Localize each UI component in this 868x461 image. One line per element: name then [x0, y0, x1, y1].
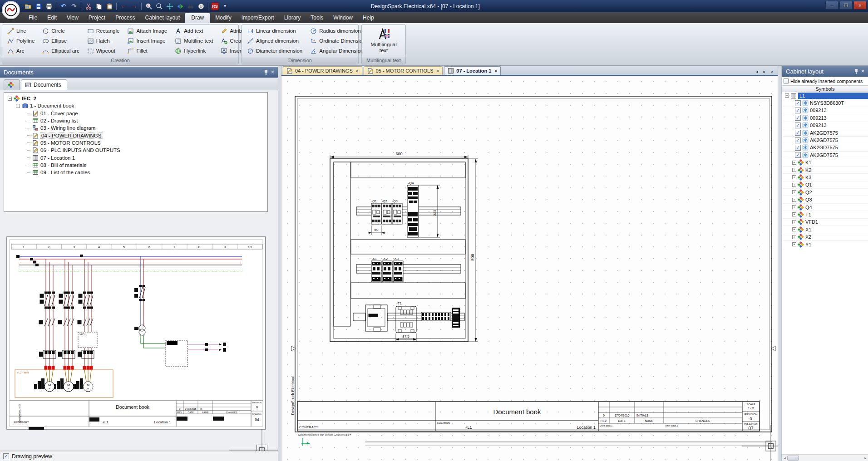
cut-icon[interactable] [84, 2, 93, 10]
collapse-icon[interactable]: − [785, 93, 789, 98]
expand-icon[interactable]: + [792, 190, 796, 194]
symbol-checkbox[interactable]: ✓ [795, 123, 801, 128]
open-icon[interactable] [24, 2, 32, 10]
paste-icon[interactable] [105, 2, 113, 10]
transformer-t1[interactable] [396, 306, 416, 333]
symbol-checkbox[interactable]: ✓ [795, 130, 801, 136]
scrollbar-thumb[interactable] [787, 456, 799, 461]
component-row[interactable]: +X2 [782, 233, 868, 240]
symbol-checkbox[interactable]: ✓ [795, 115, 801, 121]
scroll-right-icon[interactable]: ► [864, 456, 867, 460]
tab-location-1[interactable]: 07 - Location 1× [444, 66, 501, 75]
expand-icon[interactable]: + [792, 235, 796, 239]
arc-button[interactable]: Arc [5, 46, 36, 56]
left-splitter[interactable] [278, 66, 281, 461]
pin-icon[interactable] [854, 69, 858, 74]
symbol-checkbox[interactable]: ✓ [795, 152, 801, 158]
breaker-q4[interactable] [407, 185, 419, 237]
symbol-row[interactable]: ✓AK2GD7575 [782, 129, 868, 137]
documents-tab[interactable]: Documents [21, 79, 67, 90]
zoom-icon[interactable] [155, 2, 163, 10]
component-row[interactable]: +T1 [782, 211, 868, 218]
close-tab-icon[interactable]: × [356, 69, 359, 74]
symbol-row[interactable]: ✓AK2GD7575 [782, 144, 868, 152]
toolbar-overflow-icon[interactable]: ▾ [221, 2, 229, 10]
close-panel-icon[interactable]: × [861, 69, 864, 74]
hatch-button[interactable]: Hatch [85, 36, 122, 46]
scroll-left-icon[interactable]: ◄ [783, 456, 786, 460]
close-button[interactable]: × [853, 1, 867, 10]
radius-dimension-button[interactable]: Radius dimension [308, 26, 367, 36]
insert-image-button[interactable]: Insert Image [125, 36, 169, 46]
attach-image-button[interactable]: Attach Image [125, 26, 169, 36]
wipeout-button[interactable]: Wipeout [85, 46, 122, 56]
close-drawing-icon[interactable]: × [769, 69, 775, 75]
forward-icon[interactable]: → [130, 2, 138, 10]
line-button[interactable]: Line [5, 26, 36, 36]
multiline-text-button[interactable]: Multiline text [173, 36, 215, 46]
tree-item-cover-page[interactable]: 01 - Cover page [5, 110, 266, 117]
menu-file[interactable]: File [24, 13, 42, 23]
ellipse-button[interactable]: Ellipse [40, 36, 81, 46]
symbol-row[interactable]: ✓009213 [782, 122, 868, 129]
add-text-button[interactable]: Add text [173, 26, 215, 36]
component-icon[interactable] [197, 2, 205, 10]
expand-icon[interactable]: + [792, 227, 796, 231]
symbols-column-header[interactable]: Symbols [782, 85, 868, 92]
back-icon[interactable]: ← [119, 2, 128, 10]
terminal-strip[interactable] [421, 308, 460, 328]
hide-inserted-checkbox[interactable] [784, 78, 789, 83]
vfd-unit[interactable] [365, 305, 387, 331]
collapse-icon[interactable]: − [16, 104, 20, 108]
tree-item-wiring-line-diagram[interactable]: 03 - Wiring line diagram [5, 124, 266, 132]
circle-button[interactable]: Circle [40, 26, 81, 36]
component-row[interactable]: +Q4 [782, 204, 868, 211]
contactors-k1-k3[interactable] [371, 261, 403, 282]
pin-icon[interactable] [264, 70, 268, 75]
symbol-row[interactable]: ✓AK2GD7575 [782, 137, 868, 144]
right-splitter[interactable] [778, 66, 782, 461]
find-icon[interactable] [186, 2, 195, 10]
copy-icon[interactable] [94, 2, 103, 10]
polyline-button[interactable]: Polyline [5, 36, 36, 46]
tree-node-project[interactable]: − IEC_2 [5, 95, 266, 102]
symbol-row[interactable]: ✓AK2GD7575 [782, 152, 868, 159]
component-row[interactable]: +K2 [782, 167, 868, 174]
menu-draw[interactable]: Draw [185, 13, 210, 23]
component-row[interactable]: +K3 [782, 174, 868, 181]
close-tab-icon[interactable]: × [494, 69, 497, 74]
rs-logo[interactable]: RS [211, 2, 219, 10]
menu-project[interactable]: Project [84, 13, 110, 23]
minimize-button[interactable]: – [825, 1, 838, 10]
component-row[interactable]: +Y1 [782, 241, 868, 248]
tree-item-motor-controls[interactable]: 05 - MOTOR CONTROLS [5, 139, 266, 147]
tab-power-drawings[interactable]: 04 - POWER DRAWINGS× [283, 66, 362, 75]
zoom-window-icon[interactable] [144, 2, 153, 10]
expand-icon[interactable]: + [792, 168, 796, 172]
expand-icon[interactable]: + [792, 205, 796, 209]
redo-icon[interactable]: ↷ [69, 2, 78, 10]
zoom-fit-icon[interactable] [176, 2, 184, 10]
tree-item-list-of-cables[interactable]: 09 - List of the cables [5, 169, 266, 176]
scroll-tabs-left-icon[interactable]: ◄ [754, 69, 760, 75]
component-row[interactable]: +Q3 [782, 196, 868, 203]
symbol-checkbox[interactable]: ✓ [795, 100, 801, 106]
drawing-canvas[interactable]: -Q1 -Q2 -Q3 -Q4 -K1 -K2 -K3 -T1 600 800 [281, 76, 778, 461]
menu-process[interactable]: Process [110, 13, 140, 23]
expand-icon[interactable]: + [792, 198, 796, 202]
project-tab[interactable] [4, 79, 20, 90]
fillet-button[interactable]: Fillet [125, 46, 169, 56]
tree-node-book[interactable]: − 1 - Document book [5, 102, 266, 109]
component-row[interactable]: +VFD1 [782, 219, 868, 226]
tab-motor-controls[interactable]: 05 - MOTOR CONTROLS× [364, 66, 443, 75]
menu-window[interactable]: Window [328, 13, 358, 23]
tree-item-location-1[interactable]: 07 - Location 1 [5, 154, 266, 161]
angular-dimension-button[interactable]: Angular Dimension [308, 46, 367, 56]
expand-icon[interactable]: + [792, 212, 796, 216]
tree-item-power-drawings[interactable]: 04 - POWER DRAWINGS [5, 132, 266, 139]
tree-item-bill-of-materials[interactable]: 08 - Bill of materials [5, 162, 266, 169]
symbol-checkbox[interactable]: ✓ [795, 137, 801, 143]
close-tab-icon[interactable]: × [437, 69, 439, 74]
ordinate-dimension-button[interactable]: Ordinate Dimension [308, 36, 367, 46]
expand-icon[interactable]: + [792, 183, 796, 187]
